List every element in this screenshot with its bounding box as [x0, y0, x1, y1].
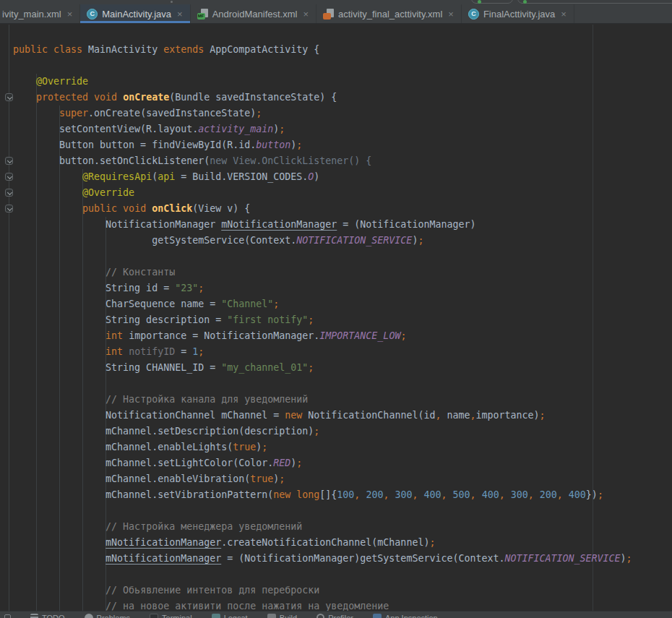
toolwindow-app-inspection[interactable]: App Inspection — [373, 614, 438, 618]
tab-ivity-main-xml[interactable]: ivity_main.xml× — [0, 4, 80, 23]
code-token: String description = — [13, 314, 227, 325]
code-line: mChannel.setLightColor(Color.RED); — [13, 455, 632, 471]
device-widget-pill[interactable] — [517, 0, 672, 4]
code-token: 400 — [482, 489, 499, 500]
main-toolbar — [0, 0, 672, 4]
code-line: String CHANNEL_ID = "my_channel_01"; — [13, 360, 632, 376]
logcat-icon — [212, 614, 220, 618]
run-icon[interactable] — [478, 0, 481, 4]
todo-icon — [30, 614, 38, 618]
ide-window: ivity_main.xml×CMainActivity.java×MFAndr… — [0, 0, 672, 618]
code-line: @Override — [13, 185, 632, 201]
code-token: ; — [418, 235, 423, 246]
code-token: ; — [273, 299, 279, 309]
code-token: ; — [308, 314, 314, 325]
code-token — [13, 553, 105, 564]
code-token — [13, 521, 105, 532]
code-line — [13, 249, 632, 265]
code-token: onCreate — [123, 92, 169, 103]
code-line — [13, 503, 632, 519]
code-token: , — [412, 489, 418, 500]
code-token — [13, 171, 82, 182]
code-token: ; — [626, 553, 632, 564]
fold-marker[interactable] — [5, 173, 13, 181]
tab-close-icon[interactable]: × — [447, 9, 454, 19]
code-line: Button button = findViewById(R.id.button… — [13, 137, 632, 153]
fold-marker[interactable] — [5, 93, 13, 101]
code-token: public void — [82, 203, 146, 214]
code-token: ; — [198, 346, 204, 357]
code-line: @RequiresApi(api = Build.VERSION_CODES.O… — [13, 169, 632, 185]
tab-mainactivity-java[interactable]: CMainActivity.java× — [80, 4, 190, 23]
code-line: mNotificationManager.createNotificationC… — [13, 535, 632, 551]
code-token — [13, 187, 82, 198]
tab-close-icon[interactable]: × — [301, 9, 309, 19]
code-line: getSystemService(Context.NOTIFICATION_SE… — [13, 233, 632, 249]
code-token: @Override — [36, 76, 88, 87]
code-line: super.onCreate(savedInstanceState); — [13, 106, 632, 121]
code-token: new — [285, 410, 302, 421]
code-token: // Настройка менеджера уведомлений — [105, 521, 302, 532]
tab-finalacttivity-java[interactable]: CFinalActtivity.java× — [462, 4, 574, 23]
code-token: MainActivity — [82, 44, 163, 55]
toolwindow-logcat[interactable]: Logcat — [212, 614, 248, 618]
code-line: int importance = NotificationManager.IMP… — [13, 328, 632, 344]
code-token: onClick — [152, 203, 192, 214]
code-token: getSystemService(Context. — [13, 235, 296, 246]
code-token — [13, 108, 59, 119]
editor-tabs: ivity_main.xml×CMainActivity.java×MFAndr… — [0, 4, 672, 24]
code-line — [13, 567, 632, 583]
tab-close-icon[interactable]: × — [66, 9, 73, 19]
fold-marker[interactable] — [5, 189, 13, 197]
code-editor[interactable]: public class MainActivity extends AppCom… — [0, 25, 672, 611]
code-token: mChannel.enableVibration( — [13, 473, 250, 484]
tab-activity-final-acttivity-xml[interactable]: activity_final_acttivity.xml× — [316, 4, 462, 23]
tab-label: FinalActtivity.java — [483, 9, 555, 20]
code-line: String id = "23"; — [13, 280, 632, 296]
code-token: 200 — [540, 489, 557, 500]
toolwindow-todo[interactable]: TODO — [30, 614, 65, 618]
code-token — [13, 330, 105, 341]
code-token — [13, 267, 105, 278]
code-line: mChannel.setVibrationPattern(new long[]{… — [13, 487, 632, 503]
code-token: .onCreate(savedInstanceState) — [88, 108, 256, 119]
code-token: "23" — [175, 283, 198, 293]
code-token: mChannel.setLightColor(Color. — [13, 458, 273, 468]
toolwindow-profiler[interactable]: Profiler — [316, 614, 353, 618]
toolwindow-terminal[interactable]: Terminal — [150, 614, 192, 618]
code-token: button.setOnClickListener( — [13, 155, 210, 166]
code-token: ; — [279, 473, 285, 484]
code-token: .createNotificationChannel(mChannel) — [221, 537, 429, 548]
code-token: ) — [621, 553, 626, 564]
code-token: importance = NotificationManager. — [123, 330, 319, 341]
code-line: mNotificationManager = (NotificationMana… — [13, 551, 632, 567]
build-icon — [267, 614, 276, 618]
tab-label: ivity_main.xml — [2, 9, 61, 20]
tab-close-icon[interactable]: × — [559, 9, 567, 19]
code-token — [418, 489, 424, 500]
code-line — [13, 376, 632, 392]
code-token: // на новое активити после нажатия на ув… — [105, 601, 389, 611]
run-icon[interactable] — [523, 0, 527, 4]
fold-marker[interactable] — [5, 157, 13, 165]
toolwindow-problems[interactable]: Problems — [85, 614, 130, 618]
code-token: mNotificationManager — [105, 553, 221, 564]
toolwindow-label: Terminal — [162, 614, 192, 618]
tool-windows-icon[interactable] — [4, 614, 11, 618]
tab-androidmanifest-xml[interactable]: MFAndroidManifest.xml× — [191, 4, 316, 23]
code-token — [146, 203, 152, 214]
tab-close-icon[interactable]: × — [176, 9, 183, 19]
code-line: // на новое активити после нажатия на ув… — [13, 598, 632, 611]
fold-marker[interactable] — [5, 205, 13, 213]
code-token: mChannel.setVibrationPattern( — [13, 489, 273, 500]
toolwindow-build[interactable]: Build — [267, 614, 297, 618]
code-token: // Константы — [105, 267, 175, 278]
code-token — [13, 346, 105, 357]
code-token: = — [175, 346, 192, 357]
code-token: name — [441, 410, 470, 421]
code-token: NOTIFICATION_SERVICE — [296, 235, 412, 246]
code-token — [563, 489, 569, 500]
code-token: int — [105, 330, 123, 341]
gutter-fold-line — [9, 25, 9, 611]
code-token: , — [499, 489, 505, 500]
